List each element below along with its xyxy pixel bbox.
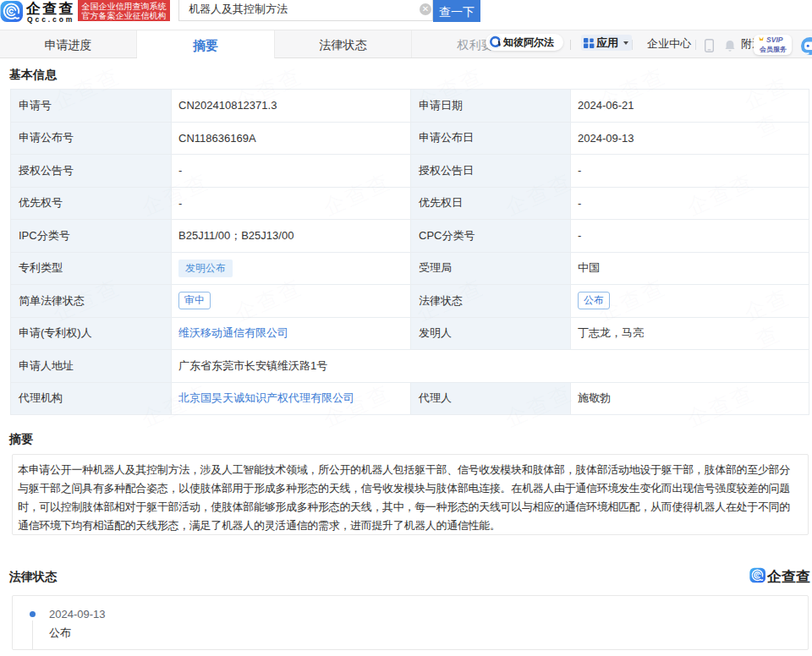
- svg-text:SVIP: SVIP: [766, 36, 783, 44]
- svg-text:会员服务: 会员服务: [759, 46, 787, 53]
